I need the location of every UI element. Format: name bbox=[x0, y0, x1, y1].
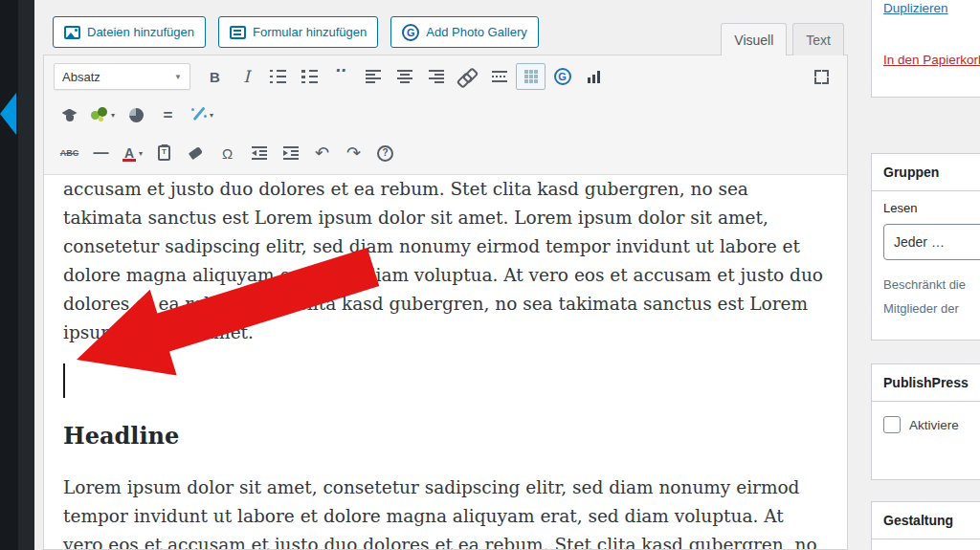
groups-select-value: Jeder … bbox=[894, 234, 945, 250]
numbered-list-button[interactable] bbox=[295, 63, 324, 90]
toolbar-row-1: Absatz ▼ BI“G bbox=[54, 57, 837, 96]
groups-select[interactable]: Jeder … bbox=[883, 224, 980, 260]
format-dropdown-value: Absatz bbox=[62, 70, 100, 84]
paste-as-text-icon bbox=[158, 145, 170, 161]
decrease-indent-icon bbox=[252, 146, 267, 160]
design-box-title[interactable]: Gestaltung bbox=[872, 502, 980, 539]
tab-visual[interactable]: Visuell bbox=[721, 23, 787, 55]
meta-sidebar: Duplizieren In den Papierkorb Gruppen Le… bbox=[848, 0, 980, 550]
bar-chart-button[interactable] bbox=[579, 63, 609, 90]
publishpress-checkbox[interactable] bbox=[883, 416, 901, 433]
magic-wand-icon bbox=[189, 107, 207, 122]
toolbar-row-3: ABC—A▾Ω↶↷? bbox=[54, 134, 837, 172]
italic-button[interactable]: I bbox=[232, 63, 261, 90]
add-form-icon bbox=[230, 26, 246, 39]
undo-button[interactable]: ↶ bbox=[307, 140, 337, 166]
color-palette-icon bbox=[91, 107, 108, 122]
add-files-button[interactable]: Dateien hinzufügen bbox=[53, 16, 206, 48]
separator-button[interactable]: = bbox=[153, 101, 183, 128]
toolbar-group-formatting: BI“G bbox=[199, 63, 610, 90]
groups-box: Gruppen Lesen Jeder … Beschränkt die Mit… bbox=[871, 153, 980, 341]
italic-icon: I bbox=[243, 69, 250, 85]
numbered-list-icon bbox=[301, 70, 318, 83]
design-box: Gestaltung bbox=[871, 501, 980, 550]
bold-icon: B bbox=[210, 70, 220, 84]
align-center-icon bbox=[397, 70, 412, 83]
align-left-button[interactable] bbox=[358, 63, 388, 90]
headline: Headline bbox=[63, 422, 828, 451]
help-button[interactable]: ? bbox=[370, 140, 400, 166]
clear-formatting-button[interactable] bbox=[181, 140, 211, 166]
toolbar-row-2: ▾=▾ bbox=[54, 96, 837, 134]
pie-chart-button[interactable] bbox=[122, 101, 151, 128]
publishpress-row: Aktiviere bbox=[872, 402, 980, 448]
duplicate-link[interactable]: Duplizieren bbox=[883, 1, 980, 15]
paragraph-top: accusam et justo duo dolores et ea rebum… bbox=[63, 175, 828, 347]
editor-toolbar: Absatz ▼ BI“G ▾=▾ ABC—A▾Ω↶↷? bbox=[44, 55, 847, 175]
add-photo-gallery-button[interactable]: G Add Photo Gallery bbox=[390, 16, 539, 48]
courses-button[interactable] bbox=[55, 101, 84, 128]
bulleted-list-icon bbox=[270, 70, 286, 83]
text-cursor bbox=[63, 363, 65, 398]
groups-box-title[interactable]: Gruppen bbox=[872, 154, 980, 191]
editor-mode-tabs: Visuell Text bbox=[721, 23, 844, 55]
paragraph-bottom: Lorem ipsum dolor sit amet, consetetur s… bbox=[63, 473, 828, 549]
color-palette-button[interactable]: ▾ bbox=[86, 101, 120, 128]
dropdown-caret-icon: ▾ bbox=[139, 149, 143, 158]
groups-description-line-1: Beschränkt die bbox=[883, 273, 980, 297]
instagram-feed-button[interactable]: G bbox=[547, 63, 577, 90]
clear-formatting-icon bbox=[189, 146, 204, 160]
editor-workspace: Dateien hinzufügen Formular hinzufügen G… bbox=[34, 0, 980, 550]
fullscreen-button[interactable] bbox=[807, 63, 836, 90]
courses-icon bbox=[61, 108, 78, 122]
help-icon: ? bbox=[377, 145, 393, 162]
insert-link-button[interactable] bbox=[453, 63, 482, 90]
bold-button[interactable]: B bbox=[200, 63, 230, 90]
read-more-button[interactable] bbox=[484, 63, 514, 90]
text-color-icon: A bbox=[122, 145, 136, 162]
strikethrough-icon: ABC bbox=[60, 149, 79, 158]
publishpress-box: PublishPress Aktiviere bbox=[871, 363, 980, 480]
align-left-icon bbox=[366, 70, 381, 83]
editor-content[interactable]: accusam et justo duo dolores et ea rebum… bbox=[44, 175, 847, 549]
collapse-menu-icon[interactable] bbox=[0, 93, 16, 135]
grid-button[interactable] bbox=[516, 63, 546, 90]
add-form-label: Formular hinzufügen bbox=[253, 25, 367, 39]
instagram-feed-icon: G bbox=[554, 68, 571, 85]
paste-as-text-button[interactable] bbox=[149, 140, 179, 166]
groups-description: Beschränkt die Mitglieder der bbox=[883, 273, 980, 320]
wordpress-editor-page: Dateien hinzufügen Formular hinzufügen G… bbox=[0, 0, 980, 550]
align-center-button[interactable] bbox=[390, 63, 419, 90]
publishpress-box-title[interactable]: PublishPress bbox=[872, 364, 980, 402]
magic-wand-button[interactable]: ▾ bbox=[185, 101, 218, 128]
separator-icon: = bbox=[164, 107, 173, 123]
horizontal-rule-button[interactable]: — bbox=[86, 140, 116, 166]
photo-gallery-icon: G bbox=[402, 24, 419, 41]
add-form-button[interactable]: Formular hinzufügen bbox=[218, 16, 378, 48]
admin-sidebar bbox=[0, 0, 18, 550]
groups-description-line-2: Mitglieder der bbox=[883, 297, 980, 320]
blockquote-button[interactable]: “ bbox=[326, 63, 356, 90]
decrease-indent-button[interactable] bbox=[244, 140, 274, 166]
redo-button[interactable]: ↷ bbox=[339, 140, 368, 166]
add-media-icon bbox=[64, 26, 80, 39]
redo-icon: ↷ bbox=[346, 144, 361, 162]
blockquote-icon: “ bbox=[334, 69, 348, 84]
align-right-button[interactable] bbox=[421, 63, 451, 90]
special-character-button[interactable]: Ω bbox=[212, 140, 242, 166]
chevron-down-icon: ▼ bbox=[174, 73, 182, 81]
insert-link-icon bbox=[458, 70, 477, 83]
bulleted-list-button[interactable] bbox=[263, 63, 293, 90]
text-color-button[interactable]: A▾ bbox=[118, 140, 147, 166]
bar-chart-icon bbox=[588, 70, 601, 83]
increase-indent-button[interactable] bbox=[276, 140, 305, 166]
groups-box-body: Lesen Jeder … Beschränkt die Mitglieder … bbox=[872, 191, 980, 330]
format-dropdown[interactable]: Absatz ▼ bbox=[54, 63, 190, 90]
dropdown-caret-icon: ▾ bbox=[111, 111, 115, 120]
horizontal-rule-icon: — bbox=[94, 145, 109, 161]
fullscreen-icon bbox=[814, 70, 829, 84]
strikethrough-button[interactable]: ABC bbox=[55, 140, 84, 166]
trash-link[interactable]: In den Papierkorb bbox=[883, 53, 980, 67]
editor-box: Absatz ▼ BI“G ▾=▾ ABC—A▾Ω↶↷? accusam et … bbox=[43, 55, 848, 550]
tab-text[interactable]: Text bbox=[792, 23, 844, 55]
